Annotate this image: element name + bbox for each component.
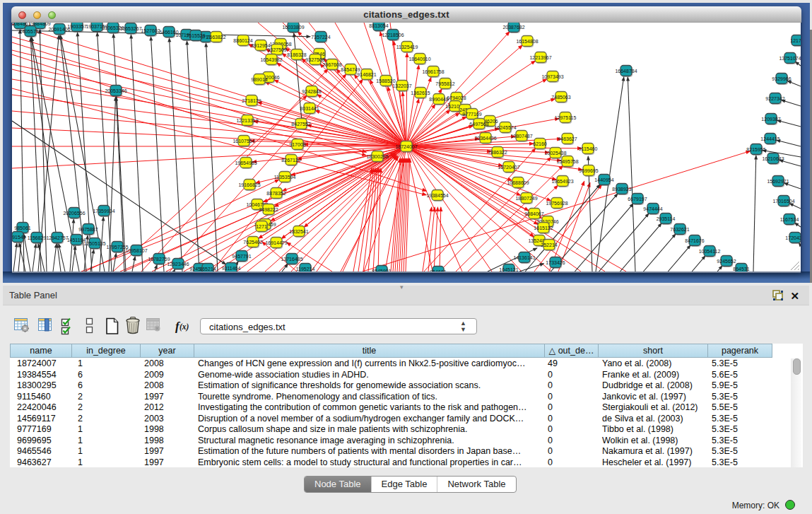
- svg-text:(x): (x): [180, 322, 189, 332]
